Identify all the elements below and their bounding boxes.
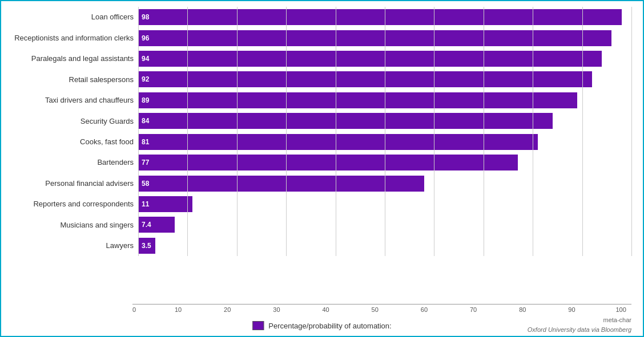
bar-label: Cooks, fast food	[7, 137, 138, 147]
bar-value-label: 77	[138, 159, 149, 167]
bar-value-label: 94	[138, 55, 149, 63]
bar-value-label: 92	[138, 75, 149, 83]
bar-fill: 89	[138, 92, 577, 108]
bar-label: Security Guards	[7, 117, 138, 126]
bar-value-label: 58	[138, 180, 149, 188]
x-tick: 50	[372, 304, 379, 313]
source-label: Oxford University data via Bloomberg	[528, 326, 631, 333]
bar-label: Reporters and correspondents	[7, 200, 138, 209]
bar-track: 81	[138, 134, 631, 150]
bar-fill: 77	[138, 155, 518, 170]
bar-fill: 92	[138, 71, 592, 87]
bar-track: 7.4	[138, 217, 631, 233]
bar-fill: 98	[138, 9, 622, 25]
bar-track: 77	[138, 155, 631, 170]
x-tick: 30	[273, 304, 280, 313]
bar-label: Loan officers	[7, 13, 138, 22]
bar-value-label: 11	[138, 200, 149, 208]
legend-label: Percentage/probability of automation:	[268, 322, 391, 330]
bar-track: 84	[138, 113, 631, 129]
bar-track: 58	[138, 176, 631, 192]
x-tick: 100	[615, 304, 626, 313]
bar-value-label: 7.4	[138, 221, 151, 229]
bar-row: Loan officers98	[7, 7, 631, 27]
bar-fill: 94	[138, 51, 602, 67]
bar-fill: 58	[138, 176, 424, 192]
bar-track: 3.5	[138, 238, 631, 254]
bar-fill: 11	[138, 196, 192, 212]
grid-line	[631, 7, 632, 256]
x-tick: 0	[132, 304, 136, 313]
bar-track: 98	[138, 9, 631, 25]
bar-fill: 96	[138, 30, 611, 46]
bar-label: Taxi drivers and chauffeurs	[7, 96, 138, 105]
bar-label: Retail salespersons	[7, 75, 138, 84]
bar-value-label: 98	[138, 13, 149, 21]
bar-value-label: 81	[138, 138, 149, 146]
bar-row: Receptionists and information clerks96	[7, 27, 631, 48]
bar-value-label: 96	[138, 34, 149, 42]
bar-fill: 84	[138, 113, 553, 129]
bar-label: Receptionists and information clerks	[7, 34, 138, 43]
bar-track: 96	[138, 30, 631, 46]
bar-row: Security Guards84	[7, 111, 631, 131]
x-tick: 90	[568, 304, 575, 313]
bar-label: Lawyers	[7, 241, 138, 250]
bar-row: Musicians and singers7.4	[7, 214, 631, 235]
bar-value-label: 3.5	[138, 242, 151, 250]
bar-row: Bartenders77	[7, 152, 631, 173]
x-tick: 80	[519, 304, 526, 313]
bar-label: Musicians and singers	[7, 221, 138, 230]
bar-label: Personal financial advisers	[7, 179, 138, 188]
bar-track: 92	[138, 71, 631, 87]
bar-label: Paralegals and legal assistants	[7, 54, 138, 63]
bar-row: Personal financial advisers58	[7, 173, 631, 193]
bar-row: Paralegals and legal assistants94	[7, 48, 631, 69]
x-tick: 10	[175, 304, 182, 313]
bar-fill: 3.5	[138, 238, 155, 254]
meta-label: meta-char	[603, 316, 631, 323]
legend-color-box	[252, 321, 264, 330]
bar-row: Retail salespersons92	[7, 69, 631, 90]
bar-track: 89	[138, 92, 631, 108]
bar-row: Reporters and correspondents11	[7, 194, 631, 214]
legend: Percentage/probability of automation:	[252, 321, 391, 330]
x-tick: 60	[421, 304, 428, 313]
x-tick: 70	[470, 304, 477, 313]
chart-area: Loan officers98Receptionists and informa…	[7, 7, 631, 256]
x-tick: 40	[322, 304, 329, 313]
bar-value-label: 84	[138, 117, 149, 125]
bar-fill: 7.4	[138, 217, 175, 233]
bar-track: 94	[138, 51, 631, 67]
bar-row: Taxi drivers and chauffeurs89	[7, 90, 631, 111]
bar-value-label: 89	[138, 96, 149, 104]
x-tick: 20	[224, 304, 231, 313]
bar-row: Lawyers3.5	[7, 236, 631, 256]
x-axis: 0102030405060708090100	[132, 304, 631, 313]
chart-container: Loan officers98Receptionists and informa…	[0, 0, 644, 337]
bar-track: 11	[138, 196, 631, 212]
bar-fill: 81	[138, 134, 538, 150]
bar-row: Cooks, fast food81	[7, 132, 631, 152]
bar-label: Bartenders	[7, 158, 138, 167]
